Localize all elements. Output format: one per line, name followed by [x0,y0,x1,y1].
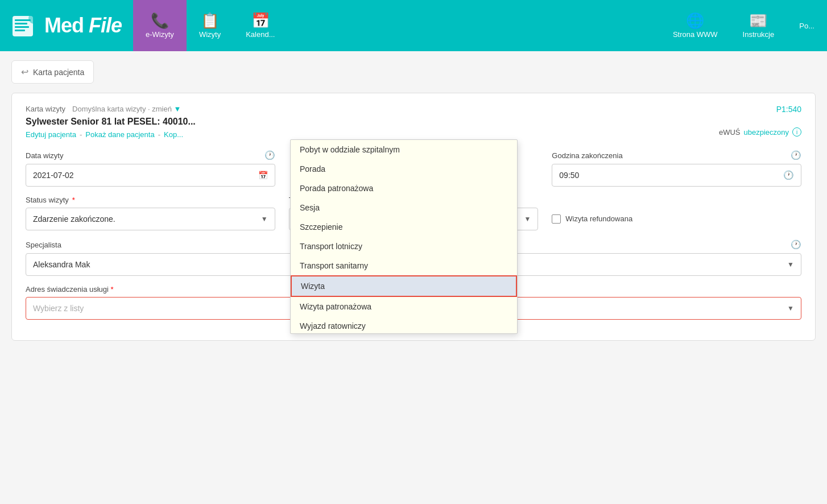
dropdown-item-porada-patronazowa[interactable]: Porada patronażowa [291,179,517,198]
svg-rect-2 [15,23,27,24]
godzina-clock-icon[interactable]: 🕐 [791,150,801,160]
svg-rect-4 [15,30,25,31]
nav-item-wizyty[interactable]: 📋 Wizyty [187,0,233,51]
card-header-row: Karta wizyty Domyślna karta wizyty · zmi… [26,105,801,113]
godzina-zakonczenia-label: Godzina zakończenia [552,151,622,160]
page-content: ↩ Karta pacjenta Karta wizyty Domyślna k… [0,51,827,504]
show-patient-link[interactable]: Pokaż dane pacjenta [85,130,154,139]
dropdown-item-wyjazd-ratowniczy[interactable]: Wyjazd ratowniczy [291,316,517,333]
p1-badge: P1:540 [776,105,801,114]
dropdown-item-sesja[interactable]: Sesja [291,198,517,217]
data-wizyty-group: Data wizyty 🕐 2021-07-02 📅 [26,150,275,187]
edit-patient-link[interactable]: Edytuj pacjenta [26,130,76,139]
data-wizyty-label-row: Data wizyty 🕐 [26,150,275,160]
godzina-label-row: Godzina zakończenia 🕐 [552,150,801,160]
svg-point-5 [28,13,40,24]
card-subheader: Domyślna karta wizyty · zmień ▼ [72,105,181,113]
card-header-label: Karta wizyty [26,105,65,113]
ewus-label: eWUŚ [719,128,741,137]
required-star-adres: * [111,285,114,294]
subheader-text: Domyślna karta wizyty · zmień [72,105,172,113]
dropdown-item-transport-sanitarny[interactable]: Transport sanitarny [291,256,517,275]
dropdown-item-porada[interactable]: Porada [291,159,517,179]
logo-icon [11,11,40,40]
godzina-zakonczenia-group: Godzina zakończenia 🕐 09:50 🕐 [552,150,801,187]
data-wizyty-input[interactable]: 2021-07-02 📅 [26,164,275,187]
dropdown-item-wizyta-patronazowa[interactable]: Wizyta patronażowa [291,297,517,316]
navbar: Med File 📞 e-Wizyty 📋 Wizyty 📅 Kalend...… [0,0,827,51]
nav-label-strona-www: Strona WWW [673,30,718,39]
dropdown-item-szczepienie[interactable]: Szczepienie [291,217,517,237]
status-wizyty-label: Status wizyty * [26,196,275,204]
nav-item-instrukcje[interactable]: 📰 Instrukcje [730,0,787,51]
ewus-status: ubezpieczony [744,128,789,137]
gabinet-clock-icon[interactable]: 🕐 [791,239,801,250]
clipboard-icon: 📋 [201,13,219,28]
back-icon: ↩ [21,67,28,77]
nav-item-strona-www[interactable]: 🌐 Strona WWW [660,0,730,51]
nav-item-e-wizyty[interactable]: 📞 e-Wizyty [133,0,187,51]
godzina-clock-input-icon: 🕐 [783,170,794,180]
dropdown-item-pobyt[interactable]: Pobyt w oddziale szpitalnym [291,140,517,159]
status-wizyty-select[interactable]: Zdarzenie zakończone. ▼ [26,208,275,230]
phone-icon: 📞 [151,13,169,28]
data-wizyty-label: Data wizyty [26,151,63,160]
ewus-badge: eWUŚ ubezpieczony i [719,127,801,137]
adres-placeholder: Wybierz z listy [33,304,84,313]
status-select-arrow: ▼ [261,215,268,223]
nav-item-po[interactable]: Po... [787,0,827,51]
nav-label-po: Po... [799,22,814,30]
nav-right: 🌐 Strona WWW 📰 Instrukcje Po... [660,0,827,51]
svg-rect-3 [15,26,29,28]
status-wizyty-value: Zdarzenie zakończone. [33,214,115,224]
wizyta-refundowana-label: Wizyta refundowana [565,214,632,223]
dropdown-item-wizyta[interactable]: Wizyta [291,275,517,297]
godzina-zakonczenia-value: 09:50 [559,171,579,180]
nav-label-instrukcje: Instrukcje [743,30,775,39]
gabinet-arrow: ▼ [787,261,794,268]
dropdown-overlay: Pobyt w oddziale szpitalnym Porada Porad… [290,139,518,334]
kop-link[interactable]: Kop... [164,130,183,139]
nav-label-wizyty: Wizyty [199,30,221,39]
calendar-input-icon: 📅 [258,171,268,180]
status-wizyty-group: Status wizyty * Zdarzenie zakończone. ▼ [26,196,275,230]
calendar-icon: 📅 [251,13,270,28]
nav-item-kalendarz[interactable]: 📅 Kalend... [233,0,287,51]
nav-label-e-wizyty: e-Wizyty [146,30,174,39]
required-star-status: * [72,196,75,204]
logo-text: Med File [44,14,122,38]
dropdown-item-transport-lotniczy[interactable]: Transport lotniczy [291,237,517,256]
specjalista-label: Specjalista [26,241,61,249]
patient-name: Sylwester Senior 81 lat PESEL: 40010... [26,117,801,127]
ewus-info-icon[interactable]: i [792,127,801,137]
svg-rect-1 [15,19,31,21]
globe-icon: 🌐 [686,13,704,28]
logo-area: Med File [0,0,133,51]
patient-links: Edytuj pacjenta - Pokaż dane pacjenta - … [26,130,801,139]
data-wizyty-value: 2021-07-02 [33,171,74,180]
typ-select-arrow: ▼ [524,215,531,223]
data-wizyty-clock-icon[interactable]: 🕐 [264,150,275,160]
adres-arrow: ▼ [787,304,794,312]
zmien-link[interactable]: ▼ [174,105,181,113]
book-icon: 📰 [749,13,767,28]
breadcrumb-label: Karta pacjenta [33,68,84,77]
breadcrumb[interactable]: ↩ Karta pacjenta [11,60,94,84]
wizyta-refundowana-group: Wizyta refundowana [552,203,801,224]
separator-1: - [80,130,82,139]
separator-2: - [158,130,160,139]
wizyta-refundowana-checkbox[interactable] [552,214,561,224]
nav-label-kalendarz: Kalend... [246,30,275,39]
godzina-zakonczenia-input[interactable]: 09:50 🕐 [552,164,801,187]
specjalista-value: Aleksandra Mak [33,260,90,269]
dropdown-scroll[interactable]: Pobyt w oddziale szpitalnym Porada Porad… [291,140,517,333]
